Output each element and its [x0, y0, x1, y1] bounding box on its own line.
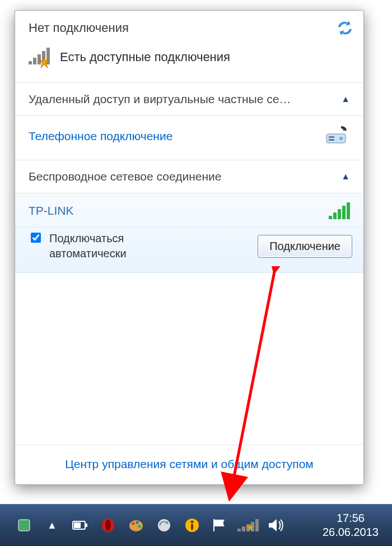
tray-info-icon[interactable]	[184, 517, 200, 534]
svg-rect-17	[191, 524, 193, 530]
taskbar: ▲ 17:56 26.06.2013	[0, 504, 392, 546]
tray-chevron-up-icon[interactable]: ▲	[44, 517, 60, 534]
dialup-connection-item[interactable]: Телефонное подключение	[15, 115, 363, 160]
svg-point-14	[138, 525, 141, 528]
system-tray: ▲	[0, 517, 284, 534]
wifi-ssid: TP-LINK	[29, 204, 74, 218]
taskbar-clock[interactable]: 17:56 26.06.2013	[312, 508, 392, 543]
tray-app-icon[interactable]	[16, 517, 32, 534]
svg-rect-8	[74, 522, 81, 528]
tray-palette-icon[interactable]	[128, 517, 144, 534]
connect-automatically[interactable]: Подключаться автоматически	[29, 231, 150, 261]
dialup-connection-label: Телефонное подключение	[29, 129, 172, 143]
taskbar-time: 17:56	[323, 511, 379, 525]
svg-marker-0	[39, 57, 50, 68]
svg-point-18	[191, 521, 194, 524]
modem-icon	[324, 124, 350, 149]
connect-automatically-checkbox[interactable]	[31, 233, 41, 243]
svg-marker-19	[246, 524, 254, 531]
connect-automatically-label: Подключаться автоматически	[49, 231, 150, 261]
chevron-up-icon: ▲	[341, 172, 350, 182]
svg-point-12	[132, 522, 135, 525]
tray-volume-icon[interactable]	[268, 517, 284, 534]
svg-rect-7	[85, 524, 87, 527]
signal-strength-icon	[329, 202, 350, 219]
network-sharing-center-link[interactable]: Центр управления сетями и общим доступом	[65, 457, 314, 470]
available-connections-label: Есть доступные подключения	[60, 50, 230, 64]
chevron-up-icon: ▲	[341, 94, 350, 104]
svg-point-10	[105, 520, 111, 531]
svg-point-13	[136, 521, 139, 524]
refresh-icon[interactable]	[338, 21, 352, 38]
tray-network-icon[interactable]	[240, 517, 256, 534]
tray-power-icon[interactable]	[72, 517, 88, 534]
tray-opera-icon[interactable]	[100, 517, 116, 534]
connection-status-title: Нет подключения	[29, 21, 129, 35]
tray-flag-icon[interactable]	[212, 517, 228, 534]
connect-button[interactable]: Подключение	[258, 235, 352, 258]
available-connections-row: Есть доступные подключения	[15, 40, 363, 82]
wireless-group-header[interactable]: Беспроводное сетевое соединение ▲	[15, 160, 363, 193]
dialup-vpn-group-header[interactable]: Удаленный доступ и виртуальные частные с…	[15, 82, 363, 115]
wireless-group-label: Беспроводное сетевое соединение	[29, 170, 221, 183]
network-flyout: Нет подключения Есть доступные подключен…	[15, 10, 364, 485]
flyout-empty-area	[15, 273, 363, 445]
tray-sync-icon[interactable]	[156, 517, 172, 534]
svg-point-4	[339, 137, 343, 140]
wifi-network-item[interactable]: TP-LINK Подключаться автоматически Подкл…	[15, 193, 363, 273]
svg-rect-5	[18, 520, 30, 531]
dialup-vpn-group-label: Удаленный доступ и виртуальные частные с…	[29, 92, 291, 106]
taskbar-date: 26.06.2013	[323, 525, 379, 539]
svg-rect-3	[329, 139, 334, 141]
flyout-header: Нет подключения	[15, 11, 363, 40]
flyout-footer: Центр управления сетями и общим доступом	[15, 445, 363, 484]
svg-rect-2	[329, 136, 334, 138]
signal-available-icon	[29, 48, 50, 67]
